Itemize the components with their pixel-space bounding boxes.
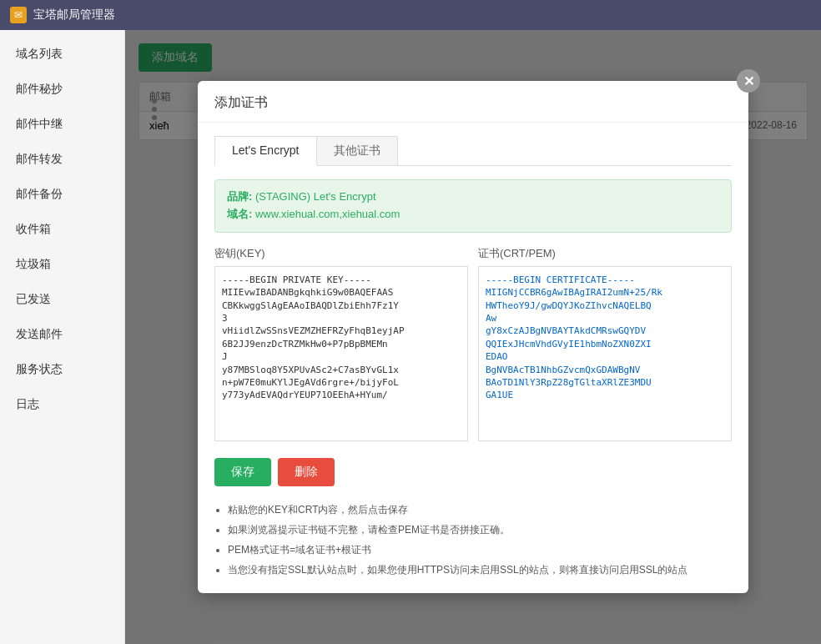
sidebar-item-logs[interactable]: 日志 (0, 387, 124, 422)
sidebar: 域名列表 邮件秘抄 邮件中继 邮件转发 邮件备份 收件箱 垃圾箱 已发送 发送邮… (0, 30, 125, 644)
note-item-1: 粘贴您的KEY和CRT内容，然后点击保存 (228, 500, 732, 520)
content-area: 添加域名 邮箱 xieħ 时间: 2022-08-16 (125, 30, 821, 644)
action-buttons: 保存 删除 (214, 458, 732, 486)
cert-field-label: 证书(CRT/PEM) (478, 246, 732, 261)
sidebar-item-send-mail[interactable]: 发送邮件 (0, 317, 124, 352)
main-layout: 域名列表 邮件秘抄 邮件中继 邮件转发 邮件备份 收件箱 垃圾箱 已发送 发送邮… (0, 30, 821, 644)
app-title: 宝塔邮局管理器 (33, 8, 115, 23)
key-textarea[interactable]: -----BEGIN PRIVATE KEY----- MIIEvwIBADAN… (214, 266, 468, 441)
modal-title: 添加证书 (214, 95, 268, 109)
close-icon: ✕ (743, 73, 754, 89)
info-box: 品牌: (STAGING) Let's Encrypt 域名: www.xieh… (214, 179, 732, 233)
save-button[interactable]: 保存 (214, 458, 271, 486)
info-domain-row: 域名: www.xiehual.com,xiehual.com (227, 206, 719, 224)
sidebar-item-spam[interactable]: 垃圾箱 (0, 247, 124, 282)
info-brand-row: 品牌: (STAGING) Let's Encrypt (227, 189, 719, 206)
modal-body: Let's Encrypt 其他证书 品牌: (STAGING) Let's E… (198, 123, 748, 593)
sidebar-item-sent[interactable]: 已发送 (0, 282, 124, 317)
sidebar-item-mail-bcc[interactable]: 邮件秘抄 (0, 72, 124, 107)
brand-label: 品牌: (227, 190, 252, 203)
key-field-label: 密钥(KEY) (214, 246, 468, 261)
domain-label: 域名: (227, 208, 252, 220)
modal-close-button[interactable]: ✕ (737, 69, 760, 93)
top-bar: ✉ 宝塔邮局管理器 (0, 0, 821, 30)
cert-field: 证书(CRT/PEM) -----BEGIN CERTIFICATE----- … (478, 246, 732, 445)
notes: 粘贴您的KEY和CRT内容，然后点击保存 如果浏览器提示证书链不完整，请检查PE… (214, 500, 732, 580)
note-item-4: 当您没有指定SSL默认站点时，如果您使用HTTPS访问未启用SSL的站点，则将直… (228, 560, 732, 580)
tab-other-cert[interactable]: 其他证书 (316, 136, 398, 165)
app-icon: ✉ (10, 7, 27, 23)
note-item-2: 如果浏览器提示证书链不完整，请检查PEM证书是否拼接正确。 (228, 520, 732, 540)
delete-button[interactable]: 删除 (278, 458, 335, 486)
brand-value: (STAGING) Let's Encrypt (255, 190, 376, 203)
tabs: Let's Encrypt 其他证书 (214, 136, 732, 166)
note-item-3: PEM格式证书=域名证书+根证书 (228, 540, 732, 560)
cert-textarea[interactable]: -----BEGIN CERTIFICATE----- MIIGNjCCBR6g… (478, 266, 732, 441)
sidebar-item-service-status[interactable]: 服务状态 (0, 352, 124, 387)
modal-overlay: ✕ 添加证书 Let's Encrypt 其他证书 (125, 30, 821, 644)
domain-value: www.xiehual.com,xiehual.com (255, 208, 400, 220)
sidebar-item-inbox[interactable]: 收件箱 (0, 212, 124, 247)
modal: ✕ 添加证书 Let's Encrypt 其他证书 (198, 81, 748, 593)
modal-header: 添加证书 (198, 81, 748, 123)
sidebar-item-mail-relay[interactable]: 邮件中继 (0, 107, 124, 142)
sidebar-item-mail-backup[interactable]: 邮件备份 (0, 177, 124, 212)
sidebar-item-mail-forward[interactable]: 邮件转发 (0, 142, 124, 177)
key-field: 密钥(KEY) -----BEGIN PRIVATE KEY----- MIIE… (214, 246, 468, 445)
cert-inputs: 密钥(KEY) -----BEGIN PRIVATE KEY----- MIIE… (214, 246, 732, 445)
tab-lets-encrypt[interactable]: Let's Encrypt (214, 136, 317, 166)
sidebar-item-domain-list[interactable]: 域名列表 (0, 37, 124, 72)
